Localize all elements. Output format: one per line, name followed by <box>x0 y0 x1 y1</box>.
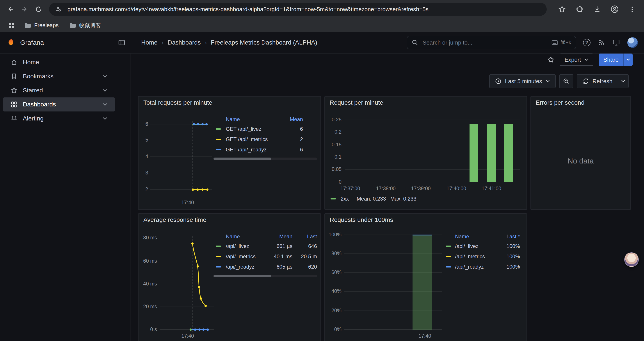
series-last: 100% <box>496 264 520 270</box>
time-range-picker[interactable]: Last 5 minutes <box>489 74 556 88</box>
chevron-down-icon <box>621 80 625 83</box>
series-name: 2xx <box>341 196 349 202</box>
url-input[interactable] <box>67 6 540 13</box>
panel-title[interactable]: Request per minute <box>330 99 383 106</box>
legend-header-row: Name Mean Last <box>214 232 317 241</box>
legend-row[interactable]: GET /api/_livez 6 <box>214 124 303 134</box>
brand-name[interactable]: Grafana <box>20 39 44 46</box>
help-button[interactable]: ? <box>583 39 590 46</box>
extensions-button[interactable] <box>573 3 586 16</box>
search-box[interactable]: ⌘+k <box>407 36 576 49</box>
breadcrumb-separator: › <box>205 39 207 46</box>
refresh-interval-button[interactable] <box>618 74 629 88</box>
chevron-down-icon <box>584 58 588 61</box>
y-tick: 0.25 <box>326 117 342 123</box>
series-last: 646 <box>292 243 317 249</box>
legend-header-name[interactable]: Name <box>214 116 277 122</box>
breadcrumb-current[interactable]: Freeleaps Metrics Dashboard (ALPHA) <box>211 39 318 46</box>
series-swatch <box>216 266 221 267</box>
chevron-down-icon[interactable] <box>102 117 108 120</box>
y-tick: 5 <box>140 137 148 143</box>
legend-row[interactable]: /api/_readyz 605 µs 620 <box>214 261 317 272</box>
sidebar-item-alerting[interactable]: Alerting <box>3 112 115 126</box>
sidebar-item-bookmarks[interactable]: Bookmarks <box>3 69 115 83</box>
user-avatar[interactable] <box>627 37 638 48</box>
assistant-avatar-button[interactable] <box>624 252 639 267</box>
panel-title[interactable]: Total requests per minute <box>143 99 212 106</box>
sidebar-item-dashboards[interactable]: Dashboards <box>3 97 115 112</box>
series-swatch <box>330 198 336 199</box>
sidebar: Home Bookmarks Starred Dashboards Alerti… <box>0 54 131 341</box>
series-name: GET /api/_readyz <box>226 147 277 153</box>
export-button[interactable]: Export <box>560 54 593 66</box>
series-max: Max: 0.233 <box>390 196 416 202</box>
favorite-dashboard-button[interactable] <box>547 56 554 63</box>
legend-scrollbar-thumb[interactable] <box>214 158 271 160</box>
breadcrumb-dashboards[interactable]: Dashboards <box>168 39 201 46</box>
legend-scrollbar[interactable] <box>214 158 317 160</box>
legend-header-last[interactable]: Last * <box>496 233 520 240</box>
legend-header-last[interactable]: Last <box>292 233 317 240</box>
timeseries-plot[interactable] <box>150 118 212 195</box>
grafana-logo-icon[interactable] <box>6 38 16 47</box>
share-button[interactable]: Share <box>599 54 624 66</box>
legend-row[interactable]: GET /api/_metrics 2 <box>214 134 303 144</box>
browser-menu-button[interactable] <box>626 3 639 16</box>
y-tick: 0 s <box>140 326 157 332</box>
sidebar-toggle-button[interactable] <box>118 39 126 46</box>
bookmark-folder-blogs[interactable]: 收藏博客 <box>66 21 104 30</box>
legend-row[interactable]: /api/_metrics 100% <box>446 251 520 261</box>
chevron-down-icon[interactable] <box>102 75 108 78</box>
legend-inline[interactable]: 2xx Mean: 0.233 Max: 0.233 <box>330 196 416 202</box>
dashboards-grid-icon <box>10 101 18 108</box>
search-input[interactable] <box>422 39 548 47</box>
zoom-out-button[interactable] <box>559 74 573 88</box>
chevron-down-icon[interactable] <box>102 103 108 106</box>
display-kiosk-button[interactable] <box>612 39 620 46</box>
legend-header-name[interactable]: Name <box>214 233 267 240</box>
legend-header-name[interactable]: Name <box>446 233 496 240</box>
y-tick: 60 ms <box>140 258 157 264</box>
legend-row[interactable]: /api/_readyz 100% <box>446 261 520 272</box>
downloads-button[interactable] <box>590 3 604 16</box>
legend-scrollbar-thumb[interactable] <box>214 275 271 277</box>
profile-button[interactable] <box>608 3 621 16</box>
apps-grid-button[interactable] <box>6 20 17 31</box>
legend-header-mean[interactable]: Mean <box>277 116 303 122</box>
panel-title[interactable]: Errors per second <box>536 99 584 106</box>
sidebar-item-label: Dashboards <box>23 101 56 108</box>
panel-title[interactable]: Requests under 100ms <box>330 216 393 223</box>
back-button[interactable] <box>4 2 18 16</box>
sidebar-item-label: Home <box>23 59 39 66</box>
refresh-button[interactable]: Refresh <box>577 74 618 88</box>
reload-button[interactable] <box>32 2 46 16</box>
legend-scrollbar[interactable] <box>214 275 317 277</box>
forward-button[interactable] <box>18 2 32 16</box>
legend-row[interactable]: /api/_metrics 40.1 ms 20.5 m <box>214 251 317 261</box>
sidebar-item-starred[interactable]: Starred <box>3 83 115 97</box>
bar-plot[interactable] <box>345 117 520 185</box>
x-tick: 17:40 <box>416 333 434 339</box>
breadcrumb-home[interactable]: Home <box>141 39 158 46</box>
legend-row[interactable]: GET /api/_readyz 6 <box>214 144 303 155</box>
bookmark-folder-freeleaps[interactable]: Freeleaps <box>21 21 62 30</box>
panel-title[interactable]: Average response time <box>143 216 206 223</box>
brand: Grafana <box>6 38 126 47</box>
series-name: /api/_readyz <box>455 264 496 270</box>
share-menu-button[interactable] <box>624 54 632 66</box>
sidebar-item-home[interactable]: Home <box>3 55 115 69</box>
clock-icon <box>495 78 502 85</box>
y-tick: 80% <box>326 251 342 256</box>
legend-row[interactable]: /api/_livez 661 µs 646 <box>214 241 317 251</box>
omnibox[interactable] <box>49 3 547 16</box>
bookmark-page-button[interactable] <box>556 3 568 16</box>
sidebar-toggle-icon <box>118 39 126 46</box>
site-settings-icon[interactable] <box>55 6 62 13</box>
legend-row[interactable]: /api/_livez 100% <box>446 241 520 251</box>
bar-plot[interactable] <box>344 233 442 331</box>
news-rss-button[interactable] <box>598 39 605 46</box>
panel-errors-per-second: Errors per second No data <box>530 96 631 210</box>
legend-header-mean[interactable]: Mean <box>267 233 292 240</box>
timeseries-plot[interactable] <box>160 234 214 339</box>
chevron-down-icon[interactable] <box>102 89 108 92</box>
